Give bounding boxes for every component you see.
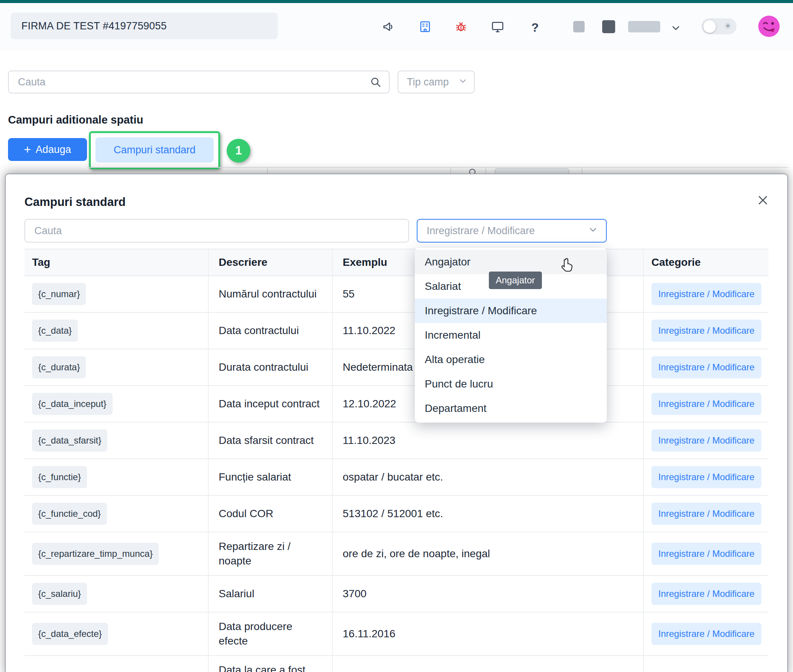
- add-button[interactable]: + Adauga: [8, 138, 87, 161]
- help-button[interactable]: ?: [527, 20, 543, 35]
- descriere-cell: Salariul: [209, 576, 333, 612]
- tag-chip: {c_data_sfarsit}: [32, 429, 107, 452]
- categorie-chip[interactable]: Inregistrare / Modificare: [651, 283, 761, 305]
- table-row[interactable]: {c_functie_cod} Codul COR 513102 / 51200…: [24, 496, 769, 532]
- categorie-chip[interactable]: Inregistrare / Modificare: [651, 356, 761, 378]
- exemplu-cell: 11.10.2023: [333, 423, 644, 458]
- page-title: Campuri aditionale spatiu: [8, 114, 143, 126]
- table-row[interactable]: {c_numar} Numărul contractului 55 Inregi…: [24, 276, 769, 313]
- modal-search-field[interactable]: [24, 219, 409, 243]
- table-row[interactable]: {c_data_inceput} Data inceput contract 1…: [24, 386, 769, 423]
- dropdown-option-angajator[interactable]: Angajator: [415, 250, 607, 274]
- dropdown-option-departament[interactable]: Departament: [415, 396, 607, 421]
- chevron-down-icon: [458, 76, 468, 88]
- exemplu-cell: 16.11.2016: [333, 613, 644, 655]
- descriere-cell: Codul COR: [209, 496, 333, 532]
- category-filter-select[interactable]: Inregistrare / Modificare: [417, 219, 607, 243]
- categorie-chip[interactable]: Inregistrare / Modificare: [651, 583, 761, 605]
- descriere-cell: Data la care a fost efectuată operația î…: [209, 656, 333, 672]
- descriere-cell: Funcție salariat: [209, 459, 333, 495]
- company-name: FIRMA DE TEST #4197759055: [21, 20, 167, 32]
- descriere-cell: Durata contractului: [209, 349, 333, 385]
- category-filter-value: Inregistrare / Modificare: [427, 225, 535, 237]
- bug-icon: [454, 20, 468, 35]
- option-tooltip: Angajator: [489, 272, 542, 289]
- top-accent-line: [0, 0, 793, 3]
- table-row[interactable]: {c_repartizare_timp_munca} Repartizare z…: [24, 532, 769, 576]
- chevron-down-icon: [588, 224, 598, 238]
- add-button-label: Adauga: [35, 144, 71, 156]
- dropdown-option-incremental[interactable]: Incremental: [415, 323, 607, 347]
- type-filter-label: Tip camp: [407, 76, 449, 88]
- descriere-cell: Numărul contractului: [209, 276, 333, 312]
- page-search-input[interactable]: [9, 71, 389, 93]
- tag-chip: {c_functie}: [32, 466, 87, 488]
- annotation-step-badge: 1: [227, 139, 250, 162]
- header-descriere: Descriere: [209, 249, 333, 275]
- annotation-highlight-box: [89, 131, 220, 169]
- user-avatar[interactable]: [758, 15, 780, 37]
- avatar-face-icon: [758, 15, 780, 37]
- tag-chip: {c_data_inceput}: [32, 393, 113, 415]
- company-selector[interactable]: FIRMA DE TEST #4197759055: [11, 13, 278, 39]
- exemplu-cell: ore de zi, ore de noapte, inegal: [333, 532, 644, 575]
- categorie-chip[interactable]: Inregistrare / Modificare: [651, 466, 761, 488]
- categorie-chip[interactable]: Inregistrare / Modificare: [651, 503, 761, 525]
- sun-icon: ☀: [724, 21, 732, 31]
- background-table-sliver: [88, 167, 788, 174]
- announcements-button[interactable]: [381, 20, 396, 35]
- table-header-row: Tag Descriere Exemplu Categorie: [24, 249, 769, 276]
- categorie-chip[interactable]: Inregistrare / Modificare: [651, 429, 761, 452]
- dropdown-option-alta-operatie[interactable]: Alta operatie: [415, 347, 607, 372]
- tag-chip: {c_functie_cod}: [32, 503, 107, 525]
- bug-report-button[interactable]: [453, 20, 469, 35]
- table-row[interactable]: {c_salariu} Salariul 3700 Inregistrare /…: [24, 576, 769, 613]
- theme-toggle[interactable]: ☀: [701, 18, 737, 34]
- header-categorie: Categorie: [644, 249, 769, 275]
- search-icon: [468, 167, 479, 174]
- table-row[interactable]: {c_data_sfarsit} Data sfarsit contract 1…: [24, 423, 769, 459]
- masked-item: [602, 20, 615, 33]
- screen-share-button[interactable]: [490, 20, 505, 35]
- standard-fields-modal: Campuri standard Inregistrare / Modifica…: [5, 174, 788, 672]
- topbar-dropdown-button[interactable]: [670, 22, 682, 35]
- masked-item: [573, 21, 585, 32]
- exemplu-cell: 3700: [333, 576, 644, 612]
- chevron-down-icon: [670, 28, 682, 35]
- tag-chip: {c_repartizare_timp_munca}: [32, 543, 159, 565]
- table-row[interactable]: {c_durata} Durata contractului Nedetermi…: [24, 349, 769, 386]
- dropdown-option-punct-de-lucru[interactable]: Punct de lucru: [415, 372, 607, 396]
- tag-chip: {c_durata}: [32, 356, 86, 378]
- descriere-cell: Data sfarsit contract: [209, 423, 333, 458]
- dropdown-option-inregistrare-modificare[interactable]: Inregistrare / Modificare: [415, 299, 607, 323]
- categorie-chip[interactable]: Inregistrare / Modificare: [651, 320, 761, 342]
- category-dropdown-menu: Angajator Salariat Inregistrare / Modifi…: [415, 248, 607, 423]
- modal-title: Campuri standard: [24, 195, 126, 209]
- building-icon: [418, 20, 432, 35]
- descriere-cell: Repartizare zi / noapte: [209, 532, 333, 575]
- plus-icon: +: [24, 143, 31, 156]
- categorie-chip[interactable]: Inregistrare / Modificare: [651, 393, 761, 415]
- categorie-chip[interactable]: Inregistrare / Modificare: [651, 623, 761, 645]
- type-filter-dropdown[interactable]: Tip camp: [398, 71, 475, 93]
- categorie-chip[interactable]: Inregistrare / Modificare: [651, 543, 761, 565]
- close-button[interactable]: [755, 193, 770, 209]
- exemplu-cell: 16.11.2016: [333, 656, 644, 672]
- tag-chip: {c_data_efecte}: [32, 623, 108, 645]
- modal-search-input[interactable]: [25, 220, 408, 242]
- page-search-field[interactable]: [8, 71, 390, 93]
- app-screen: FIRMA DE TEST #4197759055: [0, 0, 793, 672]
- standard-fields-table: Tag Descriere Exemplu Categorie {c_numar…: [24, 249, 769, 672]
- table-row[interactable]: {c_data_efecte} Data producere efecte 16…: [24, 613, 769, 656]
- registry-button[interactable]: [417, 20, 433, 35]
- megaphone-icon: [382, 20, 395, 35]
- close-icon: [756, 194, 769, 208]
- table-row[interactable]: {c_data} Data contractului 11.10.2022 In…: [24, 313, 769, 349]
- masked-item: [628, 21, 660, 32]
- header-tag: Tag: [24, 249, 209, 275]
- help-icon: ?: [531, 21, 539, 35]
- toggle-knob: [703, 20, 716, 33]
- table-row[interactable]: {c_data_efectuare_operatie} Data la care…: [24, 656, 769, 672]
- topbar: FIRMA DE TEST #4197759055: [0, 3, 793, 51]
- table-row[interactable]: {c_functie} Funcție salariat ospatar / b…: [24, 459, 769, 496]
